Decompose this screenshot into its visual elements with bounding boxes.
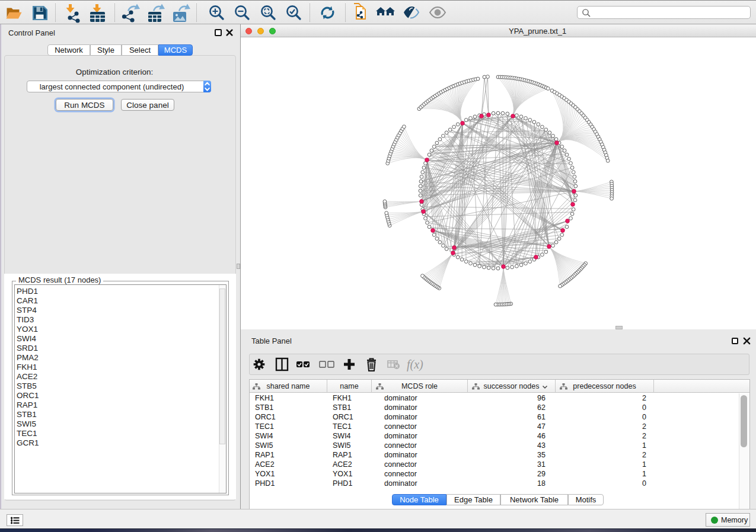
svg-text:f(x): f(x) bbox=[407, 358, 423, 371]
